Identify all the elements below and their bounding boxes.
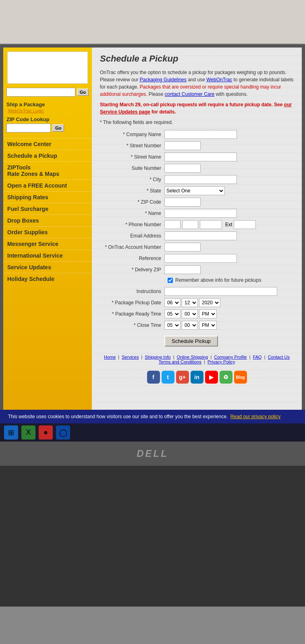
close-hour-select[interactable]: 01020304 05060708 09101112 xyxy=(164,321,181,330)
monitor-frame: Go Ship a Package WebOnTrac Login ZIP Co… xyxy=(0,44,305,410)
sidebar-item-open-account[interactable]: Open a FREE Account xyxy=(3,180,92,191)
sidebar-item-zip-lookup[interactable]: ZIP Code Lookup xyxy=(6,116,89,122)
ready-hour-select[interactable]: 01020304 05060708 09101112 xyxy=(164,310,181,318)
state-row: State Select One ALAKAZAR CACOCTDE FLGAH… xyxy=(100,186,294,195)
street-name-input[interactable] xyxy=(164,153,237,161)
main-content: Schedule a Pickup OnTrac offers you the … xyxy=(92,47,302,410)
google-plus-icon[interactable]: g+ xyxy=(176,371,189,384)
notice-text: Starting March 29, on-call pickup reques… xyxy=(100,101,294,116)
suite-input[interactable] xyxy=(164,164,201,173)
sidebar-item-drop-boxes[interactable]: Drop Boxes xyxy=(3,215,92,226)
taskbar-icon-4[interactable]: ◯ xyxy=(56,425,70,440)
sidebar-webontrac-link[interactable]: WebOnTrac Login xyxy=(6,108,89,113)
search-input[interactable] xyxy=(6,88,75,97)
taskbar-icon-1[interactable]: ⊞ xyxy=(4,425,18,440)
webontrac-link[interactable]: WebOnTrac xyxy=(206,77,232,83)
sidebar-rate-zones-link[interactable]: Rate Zones & Maps xyxy=(7,171,59,177)
instructions-row: Instructions xyxy=(100,287,294,296)
sidebar-item-fuel-surcharge[interactable]: Fuel Surcharge xyxy=(3,203,92,215)
zip-lookup-input[interactable] xyxy=(6,124,51,132)
sidebar-item-service-updates[interactable]: Service Updates xyxy=(3,261,92,273)
phone-ext-input[interactable] xyxy=(234,220,256,229)
name-input[interactable] xyxy=(164,209,237,218)
twitter-icon[interactable]: t xyxy=(162,371,174,384)
sidebar-item-shipping-rates[interactable]: Shipping Rates xyxy=(3,191,92,203)
remember-checkbox[interactable] xyxy=(168,278,173,283)
city-input[interactable] xyxy=(164,175,237,184)
sidebar-item-order-supplies[interactable]: Order Supplies xyxy=(3,226,92,238)
terms-link[interactable]: Terms and Conditions xyxy=(159,359,201,364)
shipping-info-link[interactable]: Shipping Info xyxy=(145,355,170,359)
reference-label: Reference xyxy=(100,256,164,261)
search-go-button[interactable]: Go xyxy=(77,89,89,96)
pickup-year-select[interactable]: 202020212022 xyxy=(199,298,220,307)
page-title: Schedule a Pickup xyxy=(100,54,294,64)
name-row: Name xyxy=(100,209,294,218)
sidebar-item-international[interactable]: International Service xyxy=(3,250,92,261)
street-number-input[interactable] xyxy=(164,141,201,150)
phone-row: Phone Number Ext xyxy=(100,220,294,229)
linkedin-icon[interactable]: in xyxy=(191,371,203,384)
taskbar-icon-2[interactable]: X xyxy=(21,425,35,440)
phone-number-input[interactable] xyxy=(200,220,222,229)
cookie-banner: This website uses cookies to understand … xyxy=(0,410,305,423)
pickup-month-select[interactable]: 010203 040506 070809 101112 xyxy=(164,298,181,307)
contact-link[interactable]: Contact Us xyxy=(268,355,290,359)
browser-chrome xyxy=(0,0,305,44)
contact-care-link[interactable]: contact Customer Care xyxy=(165,91,214,97)
account-input[interactable] xyxy=(164,243,201,252)
recycle-icon[interactable]: ♻ xyxy=(220,371,232,384)
phone-label: Phone Number xyxy=(100,222,164,227)
delivery-zip-input[interactable] xyxy=(164,265,201,274)
dell-logo: DELL xyxy=(137,448,168,459)
phone-ext-label: Ext xyxy=(225,222,232,227)
street-name-row: Street Name xyxy=(100,153,294,161)
sidebar-item-holiday[interactable]: Holiday Schedule xyxy=(3,273,92,285)
taskbar-icon-3[interactable]: ● xyxy=(39,425,53,440)
faq-link[interactable]: FAQ xyxy=(253,355,262,359)
ready-ampm-select[interactable]: AMPM xyxy=(199,310,217,318)
sidebar-item-ziptools[interactable]: ZIPTools Rate Zones & Maps xyxy=(3,161,92,180)
zip-go-button[interactable]: Go xyxy=(52,124,64,132)
phone-area-input[interactable] xyxy=(164,220,181,229)
page-wrapper: Go Ship a Package WebOnTrac Login ZIP Co… xyxy=(3,47,302,410)
online-shipping-link[interactable]: Online Shipping xyxy=(177,355,208,359)
sidebar-search-section: Go xyxy=(3,88,92,99)
company-name-row: Company Name xyxy=(100,130,294,139)
reference-input[interactable] xyxy=(164,254,237,263)
sidebar-item-schedule-pickup[interactable]: Schedule a Pickup xyxy=(3,150,92,161)
zip-code-input[interactable] xyxy=(164,198,201,206)
privacy-link[interactable]: Privacy Policy xyxy=(207,359,235,364)
email-input[interactable] xyxy=(164,231,237,240)
schedule-pickup-button[interactable]: Schedule Pickup xyxy=(164,336,218,347)
blog-icon[interactable]: Blog xyxy=(234,371,247,384)
company-name-input[interactable] xyxy=(164,130,237,139)
facebook-icon[interactable]: f xyxy=(147,371,160,384)
close-time-inputs: 01020304 05060708 09101112 00153045 AMPM xyxy=(164,321,217,330)
delivery-zip-label: Delivery ZIP xyxy=(100,267,164,272)
youtube-icon[interactable]: ▶ xyxy=(205,371,218,384)
zip-code-label: ZIP Code xyxy=(100,199,164,205)
sidebar-item-welcome[interactable]: Welcome Center xyxy=(3,138,92,150)
close-ampm-select[interactable]: AMPM xyxy=(199,321,217,330)
pickup-date-inputs: 010203 040506 070809 101112 0102030405 0… xyxy=(164,298,220,307)
state-select[interactable]: Select One ALAKAZAR CACOCTDE FLGAHIID IL… xyxy=(164,186,225,195)
sidebar-item-messenger[interactable]: Messenger Service xyxy=(3,238,92,250)
home-link[interactable]: Home xyxy=(104,355,116,359)
privacy-policy-link[interactable]: Read our privacy policy xyxy=(230,414,280,419)
sidebar-item-ship-package[interactable]: Ship a Package xyxy=(6,101,89,108)
pickup-date-label: Package Pickup Date xyxy=(100,300,164,305)
phone-prefix-input[interactable] xyxy=(182,220,198,229)
remember-row: Remember above info for future pickups xyxy=(168,277,294,283)
ready-time-inputs: 01020304 05060708 09101112 00153045 AMPM xyxy=(164,310,217,318)
pickup-day-select[interactable]: 0102030405 0607080910 1112131415 1617181… xyxy=(182,298,198,307)
ready-minute-select[interactable]: 00153045 xyxy=(182,310,198,318)
packaging-guidelines-link[interactable]: Packaging Guidelines xyxy=(140,77,187,83)
close-minute-select[interactable]: 00153045 xyxy=(182,321,198,330)
service-updates-link[interactable]: our Service Updates page xyxy=(100,102,292,115)
company-name-label: Company Name xyxy=(100,132,164,137)
services-link[interactable]: Services xyxy=(122,355,139,359)
ready-time-label: Package Ready Time xyxy=(100,311,164,317)
instructions-input[interactable] xyxy=(164,287,277,296)
company-profile-link[interactable]: Company Profile xyxy=(214,355,247,359)
